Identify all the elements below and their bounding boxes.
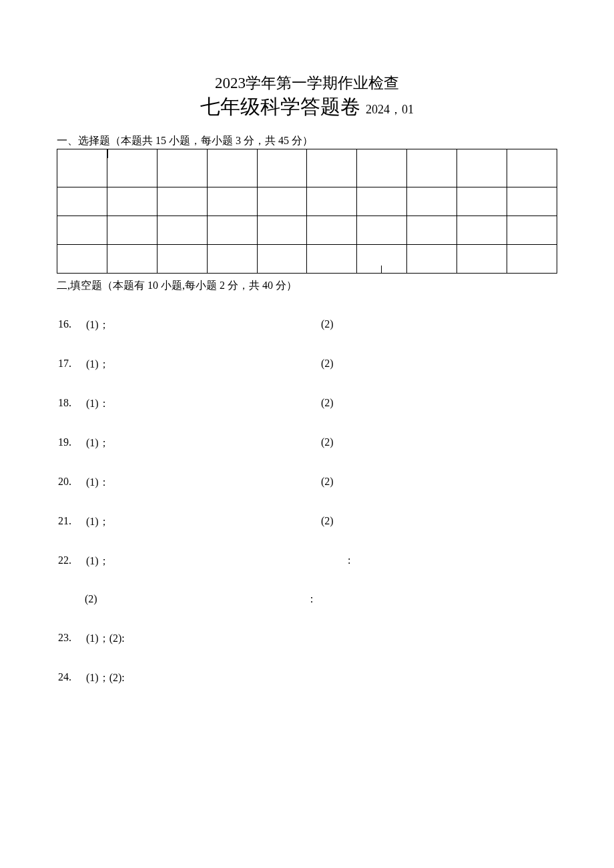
- part-label: (1): [86, 398, 99, 409]
- mc-cell[interactable]: [357, 149, 407, 187]
- title-date-mon: 01: [402, 103, 414, 116]
- mc-cell[interactable]: [57, 149, 107, 187]
- part-punct: ；: [99, 672, 109, 683]
- part-punct: ；: [99, 437, 109, 448]
- title-line1-rest: 学年第一学期作业检查: [246, 75, 399, 91]
- part-punct: ：: [99, 476, 109, 488]
- part-label: (1): [86, 555, 99, 566]
- title-line-1: 2023学年第一学期作业检查: [57, 73, 557, 93]
- mc-cell[interactable]: [257, 244, 307, 273]
- question-number: 18.: [57, 397, 86, 411]
- title-date: 2024，01: [366, 103, 414, 116]
- question-number: 21.: [57, 515, 86, 529]
- part-punct: ；: [99, 358, 109, 370]
- mc-cell[interactable]: [457, 244, 507, 273]
- question-parts[interactable]: (1)；(2):: [86, 671, 125, 685]
- question-part-2[interactable]: (2): [321, 397, 334, 411]
- question-part-2[interactable]: (2): [85, 593, 304, 605]
- question-part-1[interactable]: (1)；: [86, 515, 321, 529]
- mc-cell[interactable]: [257, 149, 307, 187]
- mc-cell[interactable]: [457, 187, 507, 215]
- mc-cell[interactable]: [307, 215, 357, 244]
- mc-cell[interactable]: [257, 215, 307, 244]
- question-part-1[interactable]: (1)；: [86, 554, 348, 568]
- question-row-22-sub: (2) ：: [85, 592, 557, 606]
- question-part-trail[interactable]: ：: [306, 593, 317, 604]
- mc-cell[interactable]: [457, 215, 507, 244]
- mc-cell[interactable]: [207, 187, 257, 215]
- question-part-trail[interactable]: :: [348, 554, 350, 568]
- question-row-19: 19. (1)； (2): [57, 436, 557, 450]
- mc-cell[interactable]: [357, 215, 407, 244]
- question-part-2[interactable]: (2): [321, 476, 334, 490]
- mc-cell[interactable]: [507, 149, 557, 187]
- mc-cell[interactable]: [157, 215, 207, 244]
- section1-heading: 一、选择题（本题共 15 小题，每小题 3 分，共 45 分）: [57, 134, 557, 148]
- part-punct: ；: [99, 555, 109, 566]
- section2-heading: 二,填空题（本题有 10 小题,每小题 2 分，共 40 分）: [57, 279, 557, 293]
- question-row-22: 22. (1)； :: [57, 554, 557, 568]
- question-part-2[interactable]: (2): [321, 436, 334, 450]
- mc-cell[interactable]: [457, 149, 507, 187]
- mc-cell[interactable]: [407, 149, 457, 187]
- mc-cell[interactable]: [307, 187, 357, 215]
- mc-cell[interactable]: [357, 187, 407, 215]
- mc-cell[interactable]: [507, 187, 557, 215]
- part-label: (2): [109, 672, 122, 683]
- mc-cell[interactable]: [57, 215, 107, 244]
- title-line-2: 七年级科学答题卷: [200, 95, 360, 117]
- mc-cell[interactable]: [307, 244, 357, 273]
- question-number: 16.: [57, 318, 86, 332]
- mc-cell[interactable]: [57, 244, 107, 273]
- question-part-1[interactable]: (1)：: [86, 476, 321, 490]
- part-label: (2): [321, 397, 334, 408]
- question-part-1[interactable]: (1)：: [86, 397, 321, 411]
- question-number: 17.: [57, 358, 86, 372]
- mc-cell[interactable]: [257, 187, 307, 215]
- question-part-1[interactable]: (1)；: [86, 436, 321, 450]
- part-punct: :: [121, 632, 124, 644]
- mc-cell[interactable]: [207, 215, 257, 244]
- mc-cell[interactable]: [107, 244, 157, 273]
- mc-cell[interactable]: [357, 244, 407, 273]
- mc-cell[interactable]: [207, 244, 257, 273]
- question-row-18: 18. (1)： (2): [57, 397, 557, 411]
- mc-cell[interactable]: [507, 215, 557, 244]
- mc-cell[interactable]: [107, 187, 157, 215]
- mc-cell[interactable]: [407, 187, 457, 215]
- question-part-2[interactable]: (2): [321, 358, 334, 372]
- mc-cell[interactable]: [157, 187, 207, 215]
- part-label: (2): [85, 593, 97, 604]
- part-punct: ；: [99, 516, 109, 527]
- mc-cell[interactable]: [157, 149, 207, 187]
- question-part-2[interactable]: (2): [321, 318, 334, 332]
- question-number: 24.: [57, 671, 86, 685]
- question-number: 19.: [57, 436, 86, 450]
- mc-cell[interactable]: [407, 244, 457, 273]
- part-punct: ；: [99, 632, 109, 644]
- mc-cell[interactable]: [407, 215, 457, 244]
- question-parts[interactable]: (1)；(2):: [86, 632, 125, 646]
- mc-cell[interactable]: [307, 149, 357, 187]
- mc-cell[interactable]: [507, 244, 557, 273]
- question-part-2[interactable]: (2): [321, 515, 334, 529]
- question-row-16: 16. (1)； (2): [57, 318, 557, 332]
- part-punct: ；: [99, 319, 109, 330]
- mc-cell[interactable]: [57, 187, 107, 215]
- question-number: 22.: [57, 554, 86, 568]
- question-row-20: 20. (1)： (2): [57, 476, 557, 490]
- multiple-choice-grid: [57, 149, 557, 274]
- part-label: (2): [321, 358, 334, 369]
- question-part-1[interactable]: (1)；: [86, 358, 321, 372]
- question-part-1[interactable]: (1)；: [86, 318, 321, 332]
- part-label: (1): [86, 516, 99, 527]
- part-label: (1): [86, 437, 99, 448]
- mc-cell[interactable]: [107, 149, 157, 187]
- mc-cell[interactable]: [107, 215, 157, 244]
- mc-cell[interactable]: [207, 149, 257, 187]
- title-block: 2023学年第一学期作业检查 七年级科学答题卷 2024，01: [57, 73, 557, 119]
- question-number: 20.: [57, 476, 86, 490]
- part-label: (1): [86, 319, 99, 330]
- part-label: (1): [86, 358, 99, 370]
- mc-cell[interactable]: [157, 244, 207, 273]
